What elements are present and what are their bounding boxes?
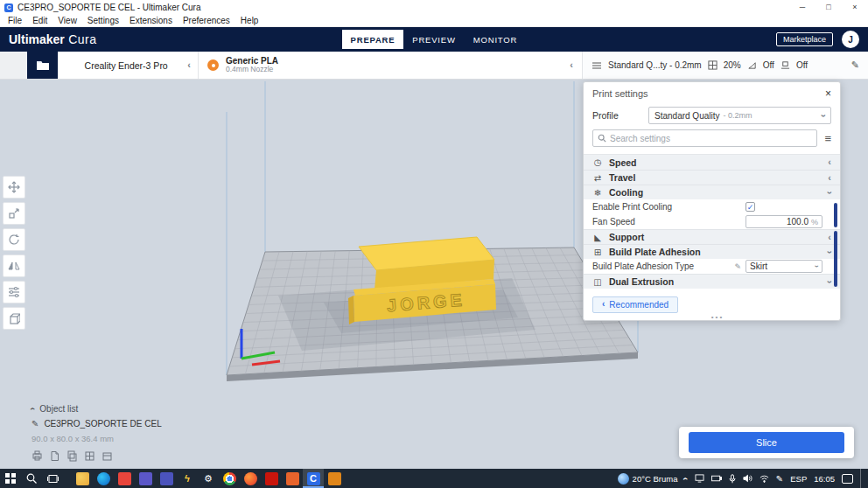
taskbar-app-lightning[interactable]: ϟ xyxy=(177,469,198,488)
mirror-tool[interactable] xyxy=(3,254,25,277)
scale-icon xyxy=(8,207,20,220)
object-list: ‹ Object list ✎ CE3PRO_SOPORTE DE CEL 90… xyxy=(32,399,162,462)
task-view-button[interactable] xyxy=(42,469,63,488)
marketplace-button[interactable]: Marketplace xyxy=(776,32,833,46)
rotate-tool[interactable] xyxy=(3,228,25,251)
monitor-icon[interactable] xyxy=(695,474,704,483)
rename-icon[interactable]: ✎ xyxy=(32,419,38,429)
taskbar-app-mail[interactable] xyxy=(114,469,135,488)
printer-selector[interactable]: Creality Ender-3 Pro ‹ xyxy=(58,52,199,79)
object-copy-icon[interactable] xyxy=(66,450,78,462)
taskbar-app-edge[interactable] xyxy=(93,469,114,488)
account-avatar[interactable]: J xyxy=(842,31,859,48)
tab-preview[interactable]: PREVIEW xyxy=(403,30,465,49)
taskbar-app-settings[interactable]: ⚙ xyxy=(198,469,219,488)
start-button[interactable] xyxy=(0,469,21,488)
app-logo: Ultimaker Cura xyxy=(9,32,97,46)
settings-scrollbar[interactable] xyxy=(834,231,837,287)
edit-settings-icon[interactable]: ✎ xyxy=(851,59,859,71)
object-file-icon[interactable] xyxy=(49,450,60,462)
menu-item-view[interactable]: View xyxy=(52,16,82,25)
pen-icon[interactable]: ✎ xyxy=(776,474,783,484)
notification-center-icon[interactable] xyxy=(842,474,853,484)
show-desktop-button[interactable] xyxy=(860,469,864,488)
taskbar-app-acrobat[interactable] xyxy=(261,469,282,488)
search-icon xyxy=(598,134,606,143)
taskbar-app-store[interactable] xyxy=(135,469,156,488)
weather-widget[interactable]: 20°C Bruma xyxy=(618,473,678,485)
microphone-icon[interactable] xyxy=(729,474,736,484)
panel-drag-handle[interactable]: ••• xyxy=(698,313,737,321)
panel-close-icon[interactable]: × xyxy=(825,87,831,100)
cura-icon: C xyxy=(307,472,320,485)
profile-dropdown[interactable]: Standard Quality - 0.2mm ‹ xyxy=(648,107,831,124)
battery-icon[interactable] xyxy=(711,475,722,482)
move-tool[interactable] xyxy=(3,176,25,199)
adhesion-type-dropdown[interactable]: Skirt ‹ xyxy=(746,260,822,273)
menu-item-settings[interactable]: Settings xyxy=(82,16,124,25)
menu-item-edit[interactable]: Edit xyxy=(27,16,52,25)
volume-icon[interactable] xyxy=(743,474,752,483)
hidden-icons-chevron[interactable]: ‹ xyxy=(682,477,691,479)
taskbar-search-button[interactable] xyxy=(21,469,42,488)
search-input[interactable] xyxy=(610,134,812,143)
enable-cooling-checkbox[interactable]: ✓ xyxy=(746,202,755,212)
settings-filter-icon[interactable]: ≡ xyxy=(824,132,831,145)
summary-infill: 20% xyxy=(724,60,741,70)
taskbar-clock[interactable]: 16:05 xyxy=(814,474,835,484)
recommended-mode-button[interactable]: ‹ Recommended xyxy=(592,296,678,313)
taskbar-app-chrome[interactable] xyxy=(219,469,240,488)
object-box-icon[interactable] xyxy=(102,450,113,462)
speed-icon: ◷ xyxy=(592,157,603,167)
taskbar-app-app-orange[interactable] xyxy=(282,469,303,488)
taskbar-app-cura[interactable]: C xyxy=(303,469,324,488)
window-titlebar: C CE3PRO_SOPORTE DE CEL - Ultimaker Cura… xyxy=(0,0,868,15)
tab-monitor[interactable]: MONITOR xyxy=(465,30,526,49)
taskbar-app-teams[interactable] xyxy=(156,469,177,488)
menu-item-preferences[interactable]: Preferences xyxy=(178,16,235,25)
fan-speed-input[interactable]: % xyxy=(746,215,822,228)
maximize-button[interactable]: □ xyxy=(816,0,842,15)
menu-bar: File Edit View Settings Extensions Prefe… xyxy=(0,15,868,27)
taskbar-app-firefox[interactable] xyxy=(240,469,261,488)
close-button[interactable]: × xyxy=(842,0,868,15)
object-list-item[interactable]: ✎ CE3PRO_SOPORTE DE CEL xyxy=(32,419,162,429)
network-wifi-icon[interactable] xyxy=(760,475,769,483)
category-dual-extrusion[interactable]: ◫ Dual Extrusion ‹ xyxy=(584,274,840,289)
dual-extrusion-icon: ◫ xyxy=(592,277,603,287)
category-build-plate-adhesion[interactable]: ⊞ Build Plate Adhesion ‹ xyxy=(584,244,840,259)
support-blocker-tool[interactable] xyxy=(3,307,25,330)
object-list-toggle[interactable]: ‹ Object list xyxy=(32,404,162,414)
category-travel[interactable]: ⇄ Travel ‹ xyxy=(584,170,840,185)
open-file-button[interactable] xyxy=(27,52,58,79)
adhesion-icon xyxy=(780,60,790,70)
firefox-icon xyxy=(244,472,257,485)
material-selector[interactable]: Generic PLA 0.4mm Nozzle ‹ xyxy=(199,52,582,79)
tab-prepare[interactable]: PREPARE xyxy=(342,30,403,49)
object-grid-icon[interactable] xyxy=(84,450,95,462)
settings-list: ◷ Speed ‹ ⇄ Travel ‹ ❄ Cooling ‹ Enable … xyxy=(584,154,840,289)
settings-search[interactable] xyxy=(592,129,817,147)
taskbar-app-file-explorer[interactable] xyxy=(72,469,93,488)
fan-speed-value[interactable] xyxy=(750,217,808,227)
travel-icon: ⇄ xyxy=(592,173,603,183)
taskbar-app-app-amber[interactable] xyxy=(324,469,345,488)
print-settings-summary[interactable]: Standard Q...ty - 0.2mm 20% Off Off ✎ xyxy=(582,52,868,79)
scale-tool[interactable] xyxy=(3,202,25,225)
app-amber-icon xyxy=(328,472,341,485)
per-model-settings-tool[interactable] xyxy=(3,281,25,303)
menu-item-help[interactable]: Help xyxy=(235,16,264,25)
category-support[interactable]: ◣ Support ‹ xyxy=(584,229,840,244)
menu-item-extensions[interactable]: Extensions xyxy=(124,16,178,25)
object-print-icon[interactable] xyxy=(32,450,43,462)
menu-item-file[interactable]: File xyxy=(3,16,27,25)
category-cooling[interactable]: ❄ Cooling ‹ xyxy=(584,185,840,199)
language-indicator[interactable]: ESP xyxy=(790,474,807,484)
settings-scrollbar[interactable] xyxy=(834,203,837,227)
summary-adhesion: Off xyxy=(796,60,808,70)
slice-button[interactable]: Slice xyxy=(689,432,844,453)
category-speed[interactable]: ◷ Speed ‹ xyxy=(584,155,840,170)
setting-modified-icon[interactable]: ✎ xyxy=(734,262,741,271)
minimize-button[interactable]: ─ xyxy=(789,0,816,15)
chevron-expanded-icon: ‹ xyxy=(825,250,835,254)
